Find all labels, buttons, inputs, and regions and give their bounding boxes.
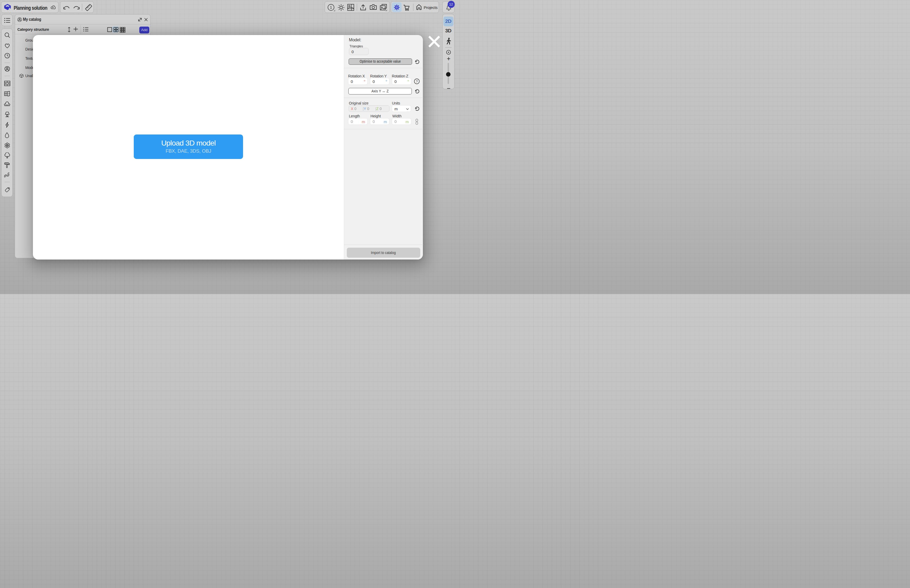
svg-text:1: 1 (330, 5, 332, 10)
svg-text:?: ? (416, 80, 418, 84)
